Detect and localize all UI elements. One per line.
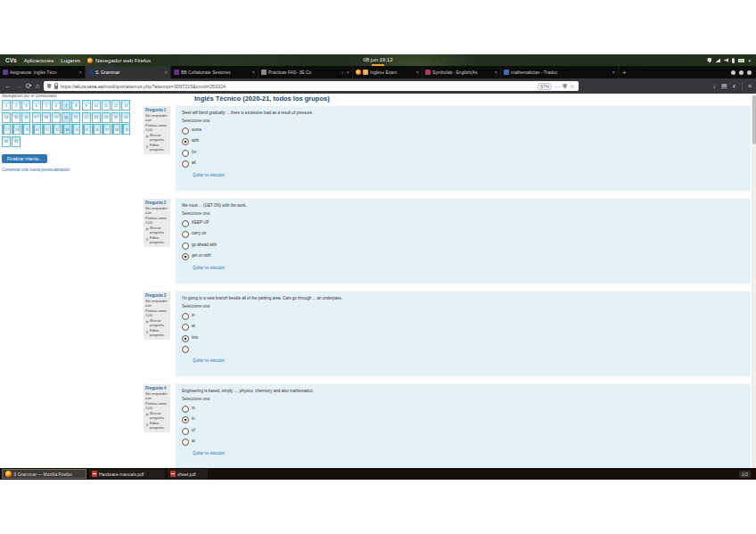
radio-button[interactable] bbox=[182, 346, 189, 353]
flag-question-link[interactable]: Marcar pregunta bbox=[150, 226, 168, 235]
clear-choice-link[interactable]: Quitar mi elección bbox=[193, 358, 744, 363]
question-nav-button-30[interactable]: 30 bbox=[32, 124, 41, 135]
radio-button[interactable] bbox=[182, 150, 189, 157]
edit-question-link[interactable]: Editar pregunta bbox=[150, 328, 168, 338]
question-nav-button-27[interactable]: 27 bbox=[2, 124, 11, 135]
question-nav-button-33[interactable]: 33 bbox=[62, 124, 70, 135]
home-button[interactable]: ⌂ bbox=[36, 83, 40, 90]
lock-icon[interactable] bbox=[54, 86, 58, 89]
question-nav-button-32[interactable]: 32 bbox=[52, 124, 61, 135]
answer-option-4[interactable]: get on with bbox=[182, 253, 744, 260]
hamburger-menu-icon[interactable]: ≡ bbox=[748, 83, 752, 89]
question-nav-button-25[interactable]: 25 bbox=[111, 112, 120, 123]
radio-button[interactable] bbox=[182, 335, 189, 342]
tab-close-icon[interactable]: × bbox=[78, 70, 82, 75]
radio-button[interactable] bbox=[182, 406, 189, 413]
answer-option-2[interactable]: at bbox=[182, 324, 744, 331]
distro-logo[interactable]: CVs bbox=[5, 57, 17, 63]
question-nav-button-34[interactable]: 34 bbox=[71, 124, 80, 135]
question-nav-button-5[interactable]: 5 bbox=[42, 100, 51, 111]
question-nav-button-10[interactable]: 10 bbox=[92, 100, 101, 111]
tab-1[interactable]: Asignatura: Inglés Técn× bbox=[0, 66, 86, 78]
question-nav-button-17[interactable]: 17 bbox=[32, 112, 41, 123]
tab-3[interactable]: BB Collaborate Sesiones× bbox=[171, 66, 259, 78]
radio-button[interactable] bbox=[182, 160, 189, 168]
taskbar-window-1[interactable]: S Grammar — Mozilla Firefox bbox=[2, 469, 86, 479]
scrollbar-thumb[interactable] bbox=[752, 95, 756, 144]
question-nav-button-36[interactable]: 36 bbox=[92, 124, 101, 135]
radio-button[interactable] bbox=[182, 242, 189, 250]
edit-question-link[interactable]: Editar pregunta bbox=[150, 421, 168, 431]
question-nav-button-29[interactable]: 29 bbox=[21, 124, 30, 135]
new-tab-button[interactable]: + bbox=[619, 66, 630, 78]
question-nav-button-9[interactable]: 9 bbox=[82, 100, 91, 111]
back-button[interactable]: ← bbox=[4, 83, 12, 90]
answer-option-2[interactable]: carry on bbox=[182, 231, 744, 238]
sidebars-icon[interactable]: ◐ bbox=[733, 83, 736, 89]
radio-button[interactable] bbox=[182, 127, 189, 135]
edit-question-link[interactable]: Editar pregunta bbox=[150, 143, 168, 152]
radio-button[interactable] bbox=[182, 220, 189, 227]
forward-button[interactable]: → bbox=[15, 83, 22, 90]
answer-option-3[interactable]: go ahead with bbox=[182, 242, 744, 250]
edit-question-row[interactable]: ⚙Editar pregunta bbox=[145, 143, 168, 152]
edit-question-link[interactable]: Editar pregunta bbox=[150, 235, 168, 245]
question-nav-button-21[interactable]: 21 bbox=[71, 112, 80, 123]
question-nav-button-3[interactable]: 3 bbox=[21, 100, 30, 111]
downloads-icon[interactable]: ↓ bbox=[713, 83, 717, 89]
answer-option-3[interactable]: into bbox=[182, 335, 744, 342]
menu-aplicaciones[interactable]: Aplicaciones bbox=[24, 58, 54, 63]
clear-choice-link[interactable]: Quitar mi elección bbox=[193, 266, 744, 270]
question-nav-button-35[interactable]: 35 bbox=[82, 124, 91, 135]
edit-question-row[interactable]: ⚙Editar pregunta bbox=[145, 235, 168, 245]
new-preview-link[interactable]: Comenzar una nueva previsualización bbox=[2, 168, 143, 172]
radio-button[interactable] bbox=[182, 138, 189, 145]
answer-option-1[interactable]: in bbox=[182, 313, 744, 320]
answer-option-4[interactable]: at bbox=[182, 439, 744, 446]
question-nav-button-4[interactable]: 4 bbox=[32, 100, 41, 111]
answer-option-2[interactable]: with bbox=[182, 138, 744, 145]
bookmark-star-icon[interactable]: ☆ bbox=[570, 83, 574, 89]
workspace-switcher[interactable]: 1/2 bbox=[739, 471, 751, 478]
url-text[interactable]: https://eli.cv.uma.es/mod/quiz/attempt.p… bbox=[61, 84, 226, 89]
question-nav-button-41[interactable]: 41 bbox=[12, 136, 21, 147]
flag-question-row[interactable]: ⚑Marcar pregunta bbox=[145, 226, 168, 235]
question-nav-button-7[interactable]: 7 bbox=[62, 100, 70, 111]
clear-choice-link[interactable]: Quitar mi elección bbox=[193, 451, 744, 456]
radio-button[interactable] bbox=[182, 313, 189, 320]
tab-close-icon[interactable]: × bbox=[494, 70, 497, 75]
tab-close-icon[interactable]: × bbox=[415, 70, 419, 75]
active-app-indicator[interactable]: Navegador web Firefox bbox=[87, 58, 151, 63]
close-button[interactable] bbox=[747, 70, 752, 75]
answer-option-3[interactable]: of bbox=[182, 428, 744, 435]
finish-attempt-button[interactable]: Finalizar intento... bbox=[2, 154, 47, 163]
tab-6[interactable]: Symbolab - English(As× bbox=[423, 66, 501, 78]
question-nav-button-12[interactable]: 12 bbox=[111, 100, 120, 111]
question-nav-button-15[interactable]: 15 bbox=[12, 112, 21, 123]
url-bar[interactable]: https://eli.cv.uma.es/mod/quiz/attempt.p… bbox=[44, 81, 579, 91]
zoom-level-badge[interactable]: 67% bbox=[538, 83, 552, 90]
tab-5[interactable]: !Inglés» Exam× bbox=[353, 66, 423, 78]
tab-2[interactable]: S. Grammar× bbox=[86, 66, 171, 78]
tab-7[interactable]: mathematician - Traduc× bbox=[501, 66, 619, 78]
reload-button[interactable]: ⟳ bbox=[26, 83, 32, 90]
tab-audio-icon[interactable]: ♪ bbox=[341, 70, 344, 75]
radio-button[interactable] bbox=[182, 253, 189, 260]
answer-option-1[interactable]: to bbox=[182, 406, 744, 413]
tab-close-icon[interactable]: × bbox=[164, 70, 168, 75]
maximize-button[interactable] bbox=[739, 70, 744, 75]
pocket-icon[interactable] bbox=[563, 84, 567, 89]
question-nav-button-28[interactable]: 28 bbox=[12, 124, 21, 135]
question-nav-button-13[interactable]: 13 bbox=[121, 100, 130, 111]
clock[interactable]: 08 jun 19:12 bbox=[363, 57, 392, 62]
flag-question-link[interactable]: Marcar pregunta bbox=[150, 133, 168, 143]
page-scrollbar[interactable] bbox=[752, 94, 756, 468]
answer-option-3[interactable]: for bbox=[182, 150, 744, 157]
system-tray[interactable]: ▾ bbox=[707, 58, 751, 63]
radio-button[interactable] bbox=[182, 231, 189, 238]
minimize-button[interactable] bbox=[731, 70, 735, 75]
taskbar-window-3[interactable]: sheet.pdf bbox=[168, 469, 208, 479]
question-nav-button-31[interactable]: 31 bbox=[42, 124, 51, 135]
radio-button[interactable] bbox=[182, 428, 189, 435]
flag-question-link[interactable]: Marcar pregunta bbox=[150, 411, 168, 421]
